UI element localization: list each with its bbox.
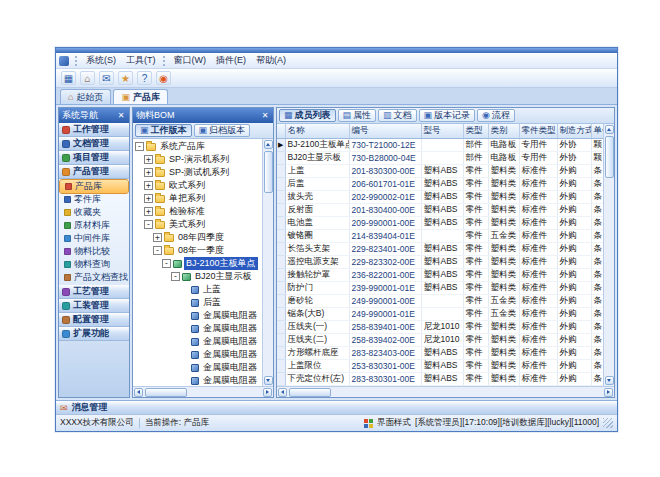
tree-node[interactable]: +08年四季度 xyxy=(133,231,262,244)
table-row[interactable]: 锯条(大B)249-990001-01E零件五金类标准件外购条 xyxy=(277,307,603,320)
bom-close-icon[interactable]: ✕ xyxy=(260,111,270,121)
column-header-1[interactable]: 编号 xyxy=(349,124,421,138)
table-row[interactable]: 反射面201-830400-00E塑料ABS零件塑料类标准件外购条 xyxy=(277,203,603,216)
sidebar-item-3[interactable]: 原材料库 xyxy=(59,219,129,232)
tree-node[interactable]: 金属膜电阻器 xyxy=(133,322,262,335)
tree-node[interactable]: 金属膜电阻器 xyxy=(133,309,262,322)
exit-icon[interactable]: ◉ xyxy=(156,71,171,85)
table-row[interactable]: 方形螺杆底座283-823403-00E塑料ABS零件塑料类标准件外购条 xyxy=(277,346,603,359)
scrollbar-thumb[interactable] xyxy=(605,136,614,178)
sidebar-item-7[interactable]: 产品文档查找 xyxy=(59,271,129,284)
system-icon[interactable]: ▦ xyxy=(61,71,76,85)
expander-icon[interactable]: - xyxy=(162,259,171,268)
column-header-5[interactable]: 零件类型 xyxy=(519,124,557,138)
sidebar-group-2[interactable]: 项目管理 xyxy=(59,151,129,165)
expander-icon[interactable]: + xyxy=(144,155,153,164)
help-icon[interactable]: ? xyxy=(137,71,152,85)
menu-item-0[interactable]: 系统(S) xyxy=(81,53,121,68)
mail-icon[interactable]: ✉ xyxy=(99,71,114,85)
home-icon[interactable]: ⌂ xyxy=(80,71,95,85)
scroll-left-icon[interactable] xyxy=(278,388,287,397)
detail-tab-4[interactable]: ◉流程 xyxy=(477,109,515,122)
sidebar-group-3[interactable]: 产品管理 xyxy=(59,165,129,179)
resize-grip[interactable] xyxy=(603,418,613,428)
column-header-3[interactable]: 类型 xyxy=(463,124,488,138)
scroll-right-icon[interactable] xyxy=(263,388,272,397)
sidebar-item-6[interactable]: 物料查询 xyxy=(59,258,129,271)
table-row[interactable]: 上盖201-830300-00E塑料ABS零件塑料类标准件外购条 xyxy=(277,164,603,177)
scroll-up-icon[interactable] xyxy=(264,140,273,149)
tree-node[interactable]: +SP-测试机系列 xyxy=(133,166,262,179)
sidebar-item-0[interactable]: 产品库 xyxy=(60,180,128,193)
tree-node[interactable]: 金属膜电阻器 xyxy=(133,361,262,374)
column-header-6[interactable]: 制造方式 xyxy=(557,124,591,138)
expander-icon[interactable]: + xyxy=(144,168,153,177)
tree-node[interactable]: -08年一季度 xyxy=(133,244,262,257)
tree-node[interactable]: 金属膜电阻器 xyxy=(133,335,262,348)
tree-node[interactable]: +检验标准 xyxy=(133,205,262,218)
detail-tab-0[interactable]: ▦成员列表 xyxy=(279,109,336,122)
table-row[interactable]: BJ20主显示板730-B28000-04E部件电路板专用件外协颗 xyxy=(277,151,603,164)
table-row[interactable]: 磨砂轮249-990001-00E零件五金类标准件外购条 xyxy=(277,294,603,307)
scroll-right-icon[interactable] xyxy=(604,388,613,397)
tree-node[interactable]: +单把系列 xyxy=(133,192,262,205)
sidebar-close-icon[interactable]: ✕ xyxy=(116,111,126,121)
expander-icon[interactable]: + xyxy=(153,233,162,242)
menu-item-1[interactable]: 工具(T) xyxy=(121,53,161,68)
scrollbar-thumb[interactable] xyxy=(289,388,331,397)
tree-node[interactable]: 上盖 xyxy=(133,283,262,296)
table-row[interactable]: 电池盖209-990001-00E塑料ABS零件塑料类标准件外购条 xyxy=(277,216,603,229)
tree-node[interactable]: 金属膜电阻器 xyxy=(133,348,262,361)
detail-tab-3[interactable]: ▣版本记录 xyxy=(419,109,476,122)
scroll-up-icon[interactable] xyxy=(605,125,614,134)
expander-icon[interactable]: + xyxy=(144,194,153,203)
menu-item-3[interactable]: 插件(E) xyxy=(211,53,251,68)
bom-tab-0[interactable]: ▣工作版本 xyxy=(135,124,192,137)
sidebar-group-0[interactable]: 工作管理 xyxy=(59,123,129,137)
table-row[interactable]: 后盖206-601701-01E塑料ABS零件塑料类标准件外购条 xyxy=(277,177,603,190)
table-row[interactable]: 压线夹(一)258-839401-00E尼龙1010零件塑料类标准件外购条 xyxy=(277,320,603,333)
scroll-down-icon[interactable] xyxy=(605,376,614,385)
menu-item-2[interactable]: 窗口(W) xyxy=(169,53,212,68)
sidebar-group-bottom-2[interactable]: 配置管理 xyxy=(59,313,129,327)
scrollbar-thumb[interactable] xyxy=(145,388,187,397)
sidebar-item-1[interactable]: 零件库 xyxy=(59,193,129,206)
sidebar-item-4[interactable]: 中间件库 xyxy=(59,232,129,245)
sidebar-group-bottom-0[interactable]: 工艺管理 xyxy=(59,285,129,299)
column-header-2[interactable]: 型号 xyxy=(421,124,463,138)
toolbar-grip[interactable] xyxy=(163,56,165,66)
tree-node[interactable]: -美式系列 xyxy=(133,218,262,231)
favorites-icon[interactable]: ★ xyxy=(118,71,133,85)
ui-style-label[interactable]: 界面样式 xyxy=(377,417,411,429)
tree-horizontal-scrollbar[interactable] xyxy=(133,386,273,397)
sidebar-item-5[interactable]: 物料比较 xyxy=(59,245,129,258)
table-row[interactable]: 镀铬圈214-839404-01E零件五金类标准件外购条 xyxy=(277,229,603,242)
detail-tab-1[interactable]: ▤属性 xyxy=(338,109,377,122)
detail-tab-2[interactable]: ▥文档 xyxy=(378,109,417,122)
sidebar-group-bottom-1[interactable]: 工装管理 xyxy=(59,299,129,313)
sidebar-group-1[interactable]: 文档管理 xyxy=(59,137,129,151)
column-header-7[interactable]: 单位 xyxy=(591,124,603,138)
table-row[interactable]: 防护门239-990001-01E塑料ABS零件塑料类标准件外购条 xyxy=(277,281,603,294)
tree-node[interactable]: 金属膜电阻器 xyxy=(133,374,262,386)
tree-node[interactable]: +SP-演示机系列 xyxy=(133,153,262,166)
column-header-4[interactable]: 类别 xyxy=(488,124,519,138)
table-row[interactable]: 长箔头支架229-823401-00E塑料ABS零件塑料类标准件外购条 xyxy=(277,242,603,255)
tree-vertical-scrollbar[interactable] xyxy=(262,139,273,386)
doc-tab-0[interactable]: ⌂起始页 xyxy=(60,89,111,104)
tree-node[interactable]: +欧式系列 xyxy=(133,179,262,192)
scrollbar-thumb[interactable] xyxy=(264,151,273,193)
expander-icon[interactable]: - xyxy=(135,142,144,151)
grid-horizontal-scrollbar[interactable] xyxy=(277,386,614,397)
menu-item-4[interactable]: 帮助(A) xyxy=(251,53,291,68)
tree-node[interactable]: -系统产品库 xyxy=(133,140,262,153)
tree-node[interactable]: -BJ-2100主板单点 xyxy=(133,257,262,270)
bom-tab-1[interactable]: ▣归档版本 xyxy=(194,124,251,137)
table-row[interactable]: ▶BJ-2100主板单点730-T21000-12E部件电路板专用件外协颗 xyxy=(277,138,603,151)
sidebar-item-2[interactable]: 收藏夹 xyxy=(59,206,129,219)
doc-tab-1[interactable]: ▣产品库 xyxy=(113,89,168,104)
expander-icon[interactable]: - xyxy=(144,220,153,229)
table-row[interactable]: 压线夹(二)258-839402-00E尼龙1010零件塑料类标准件外购条 xyxy=(277,333,603,346)
table-row[interactable]: 拔头壳202-990002-01E塑料ABS零件塑料类标准件外购条 xyxy=(277,190,603,203)
column-header-0[interactable]: 名称 xyxy=(285,124,349,138)
